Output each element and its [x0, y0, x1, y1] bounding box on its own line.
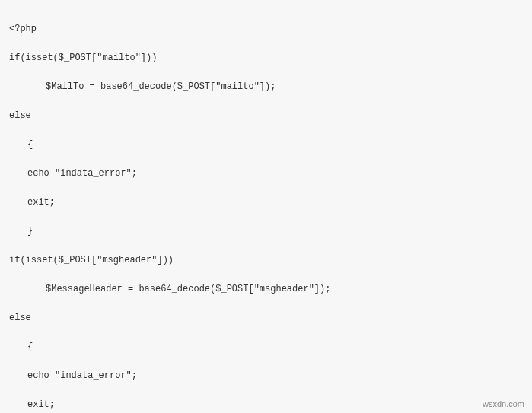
code-line: else [9, 311, 523, 326]
code-line: $MessageHeader = base64_decode($_POST["m… [9, 282, 523, 297]
code-line: } [9, 224, 523, 239]
code-line: exit; [9, 398, 523, 412]
code-line: { [9, 138, 523, 152]
watermark-text: wsxdn.com [483, 399, 524, 408]
code-line: <?php [9, 22, 523, 37]
code-line: if(isset($_POST["mailto"])) [9, 51, 523, 65]
code-line: else [9, 109, 523, 123]
code-line: { [9, 340, 523, 354]
code-line: if(isset($_POST["msgheader"])) [9, 253, 523, 268]
code-line: echo "indata_error"; [9, 369, 523, 383]
code-line: $MailTo = base64_decode($_POST["mailto"]… [9, 80, 523, 94]
code-block: <?php if(isset($_POST["mailto"])) $MailT… [0, 0, 532, 413]
code-line: echo "indata_error"; [9, 167, 523, 181]
code-line: exit; [9, 195, 523, 210]
